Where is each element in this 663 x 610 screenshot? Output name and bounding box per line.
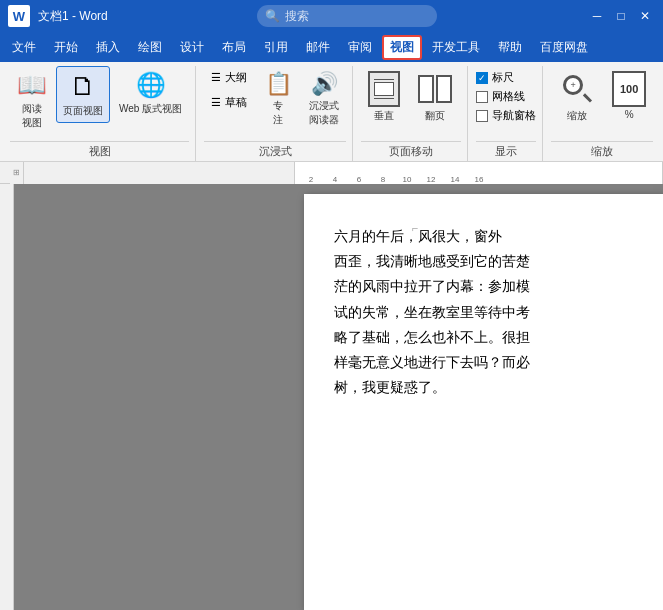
- menu-design[interactable]: 设计: [172, 35, 212, 60]
- page-area: ⌐ 六月的午后，风很大，窗外 西歪，我清晰地感受到它的苦楚 茫的风雨中拉开了内幕…: [14, 184, 663, 610]
- ruler-corner: ⊞: [10, 162, 24, 184]
- title-bar-center: 🔍: [108, 5, 587, 27]
- menu-draw[interactable]: 绘图: [130, 35, 170, 60]
- ribbon-group-pagemovement-content: 垂直 翻页: [361, 66, 461, 139]
- ribbon-group-show: ✓ 标尺 网格线 导航窗格 显示: [470, 66, 543, 161]
- menu-mailings[interactable]: 邮件: [298, 35, 338, 60]
- zoom-label: 缩放: [567, 109, 587, 123]
- ribbon-group-immersive-label: 沉浸式: [204, 141, 346, 161]
- document-line-3: 茫的风雨中拉开了内幕：参加模: [334, 274, 638, 299]
- gridlines-check-icon: [476, 91, 488, 103]
- vertical-label: 垂直: [374, 109, 394, 123]
- ruler-label: 标尺: [492, 70, 514, 85]
- focus-icon: 📋: [265, 71, 292, 97]
- draft-icon: ☰: [211, 96, 221, 109]
- minimize-button[interactable]: ─: [587, 6, 607, 26]
- document-line-5: 略了基础，怎么也补不上。很担: [334, 325, 638, 350]
- vertical-scroll-button[interactable]: 垂直: [361, 66, 407, 128]
- menu-references[interactable]: 引用: [256, 35, 296, 60]
- ribbon-col-small: ☰ 大纲 ☰ 草稿: [204, 66, 254, 114]
- title-bar-left: W 文档1 - Word: [8, 5, 108, 27]
- menu-review[interactable]: 审阅: [340, 35, 380, 60]
- search-input[interactable]: [257, 5, 437, 27]
- page-view-label: 页面视图: [63, 104, 103, 118]
- ribbon-group-view-label: 视图: [10, 141, 189, 161]
- title-bar: W 文档1 - Word 🔍 ─ □ ✕: [0, 0, 663, 32]
- ruler-checkbox[interactable]: ✓ 标尺: [476, 70, 536, 85]
- focus-label: 专注: [273, 99, 283, 127]
- navpane-label: 导航窗格: [492, 108, 536, 123]
- zoom-100-button[interactable]: 100 %: [605, 66, 653, 125]
- draft-button[interactable]: ☰ 草稿: [204, 91, 254, 114]
- outline-icon: ☰: [211, 71, 221, 84]
- ribbon-group-view: 📖 阅读视图 🗋 页面视图 🌐 Web 版式视图 视图: [4, 66, 196, 161]
- immersive-reader-button[interactable]: 🔊 沉浸式阅读器: [302, 66, 346, 132]
- ribbon: 📖 阅读视图 🗋 页面视图 🌐 Web 版式视图 视图 ☰ 大纲 ☰: [0, 62, 663, 162]
- navpane-check-icon: [476, 110, 488, 122]
- document-title: 文档1 - Word: [38, 8, 108, 25]
- ribbon-group-pagemovement: 垂直 翻页 页面移动: [355, 66, 468, 161]
- ruler-marks-row: 2 4 6 8 10 12 14 16: [299, 175, 658, 184]
- close-button[interactable]: ✕: [635, 6, 655, 26]
- page-view-icon: 🗋: [70, 71, 96, 102]
- menu-file[interactable]: 文件: [4, 35, 44, 60]
- page-view-button[interactable]: 🗋 页面视图: [56, 66, 110, 123]
- menu-bar: 文件 开始 插入 绘图 设计 布局 引用 邮件 审阅 视图 开发工具 帮助 百度…: [0, 32, 663, 62]
- ribbon-group-immersive-content: ☰ 大纲 ☰ 草稿 📋 专注 🔊 沉浸式阅读器: [204, 66, 346, 139]
- ruler-check-icon: ✓: [476, 72, 488, 84]
- immersive-icon: 🔊: [311, 71, 338, 97]
- ribbon-group-zoom-label: 缩放: [551, 141, 653, 161]
- web-view-button[interactable]: 🌐 Web 版式视图: [112, 66, 189, 121]
- menu-help[interactable]: 帮助: [490, 35, 530, 60]
- vertical-ruler: [0, 184, 14, 610]
- window-controls: ─ □ ✕: [587, 6, 655, 26]
- gridlines-label: 网格线: [492, 89, 525, 104]
- display-checkboxes: ✓ 标尺 网格线 导航窗格: [476, 66, 536, 127]
- web-view-icon: 🌐: [136, 71, 166, 100]
- ribbon-group-show-label: 显示: [476, 141, 536, 161]
- ruler-corner-icon: ⊞: [13, 168, 20, 177]
- flip-page-button[interactable]: 翻页: [409, 66, 461, 128]
- menu-developer[interactable]: 开发工具: [424, 35, 488, 60]
- ruler-left-gray: [24, 162, 294, 184]
- cursor-mark: ⌐: [412, 222, 418, 234]
- ribbon-group-zoom: + 缩放 100 % 缩放: [545, 66, 659, 161]
- ribbon-group-zoom-content: + 缩放 100 %: [551, 66, 653, 139]
- zoom-button[interactable]: + 缩放: [551, 66, 603, 128]
- focus-button[interactable]: 📋 专注: [256, 66, 300, 132]
- gridlines-checkbox[interactable]: 网格线: [476, 89, 536, 104]
- document-area: ⌐ 六月的午后，风很大，窗外 西歪，我清晰地感受到它的苦楚 茫的风雨中拉开了内幕…: [0, 184, 663, 610]
- ribbon-group-view-content: 📖 阅读视图 🗋 页面视图 🌐 Web 版式视图: [10, 66, 189, 139]
- document-line-1: 六月的午后，风很大，窗外: [334, 224, 638, 249]
- ruler-bar: ⊞ 2 4 6 8 10 12 14 16: [0, 162, 663, 184]
- document-page: ⌐ 六月的午后，风很大，窗外 西歪，我清晰地感受到它的苦楚 茫的风雨中拉开了内幕…: [304, 194, 663, 610]
- document-line-2: 西歪，我清晰地感受到它的苦楚: [334, 249, 638, 274]
- menu-baidupan[interactable]: 百度网盘: [532, 35, 596, 60]
- immersive-label: 沉浸式阅读器: [309, 99, 339, 127]
- word-app-icon: W: [8, 5, 30, 27]
- outline-button[interactable]: ☰ 大纲: [204, 66, 254, 89]
- ruler-white: 2 4 6 8 10 12 14 16: [294, 162, 663, 184]
- read-view-label: 阅读视图: [22, 102, 42, 130]
- flip-label: 翻页: [425, 109, 445, 123]
- ribbon-group-pagemovement-label: 页面移动: [361, 141, 461, 161]
- menu-layout[interactable]: 布局: [214, 35, 254, 60]
- document-line-7: 树，我更疑惑了。: [334, 375, 638, 400]
- read-view-button[interactable]: 📖 阅读视图: [10, 66, 54, 135]
- page-content[interactable]: 六月的午后，风很大，窗外 西歪，我清晰地感受到它的苦楚 茫的风雨中拉开了内幕：参…: [334, 224, 638, 400]
- document-line-6: 样毫无意义地进行下去吗？而必: [334, 350, 638, 375]
- ribbon-group-show-content: ✓ 标尺 网格线 导航窗格: [476, 66, 536, 139]
- menu-view[interactable]: 视图: [382, 35, 422, 60]
- search-container: 🔍: [257, 5, 437, 27]
- outline-label: 大纲: [225, 70, 247, 85]
- draft-label: 草稿: [225, 95, 247, 110]
- menu-home[interactable]: 开始: [46, 35, 86, 60]
- navpane-checkbox[interactable]: 导航窗格: [476, 108, 536, 123]
- menu-insert[interactable]: 插入: [88, 35, 128, 60]
- read-view-icon: 📖: [17, 71, 47, 100]
- zoom-100-label: %: [625, 109, 634, 120]
- ribbon-group-immersive: ☰ 大纲 ☰ 草稿 📋 专注 🔊 沉浸式阅读器 沉浸式: [198, 66, 353, 161]
- maximize-button[interactable]: □: [611, 6, 631, 26]
- web-view-label: Web 版式视图: [119, 102, 182, 116]
- document-line-4: 试的失常，坐在教室里等待中考: [334, 300, 638, 325]
